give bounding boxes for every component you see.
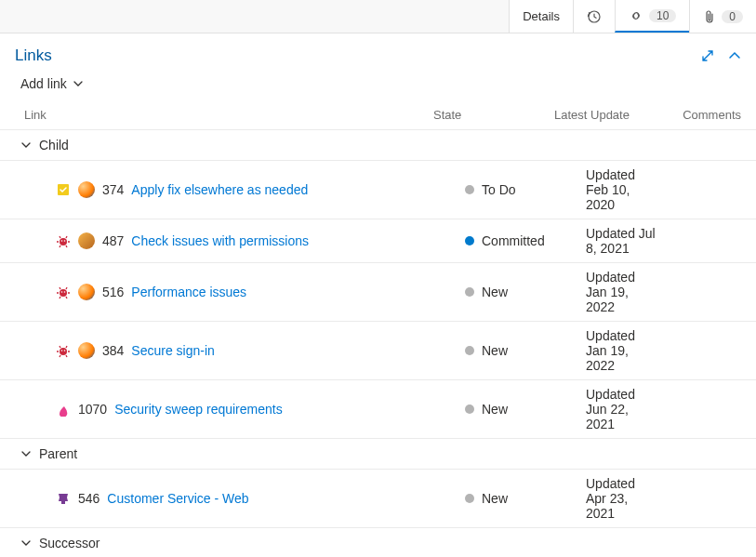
state-dot-icon	[465, 236, 474, 245]
link-row[interactable]: 516 Performance issuesNewUpdated Jan 19,…	[0, 263, 756, 322]
updated-text: Updated Jun 22, 2021	[586, 387, 657, 431]
workitem-id: 374	[102, 182, 124, 197]
state-text: New	[482, 285, 508, 299]
avatar	[78, 342, 95, 359]
group-label: Parent	[39, 446, 77, 461]
state-text: New	[482, 402, 508, 417]
state-dot-icon	[465, 185, 474, 194]
svg-point-5	[60, 289, 67, 297]
expand-icon[interactable]	[700, 48, 715, 63]
attachment-icon	[703, 9, 716, 24]
link-row[interactable]: 487 Check issues with permissionsCommitt…	[0, 219, 756, 263]
tab-attachments[interactable]: 0	[689, 0, 756, 33]
group-header[interactable]: Successor	[0, 528, 756, 557]
add-link-button[interactable]: Add link	[0, 73, 756, 100]
add-link-label: Add link	[20, 76, 67, 91]
group-header[interactable]: Child	[0, 130, 756, 161]
group-header[interactable]: Parent	[0, 439, 756, 470]
workitem-type-icon	[56, 491, 71, 506]
svg-point-6	[61, 291, 63, 293]
link-row[interactable]: 384 Secure sign-inNewUpdated Jan 19, 202…	[0, 322, 756, 380]
state-text: Committed	[482, 233, 545, 248]
chevron-down-icon	[20, 448, 32, 459]
tab-details-label: Details	[523, 9, 560, 23]
state-dot-icon	[465, 346, 474, 355]
svg-point-9	[61, 350, 63, 351]
workitem-title-link[interactable]: Customer Service - Web	[107, 491, 248, 506]
col-comments: Comments	[657, 108, 741, 122]
updated-text: Updated Feb 10, 2020	[586, 167, 657, 212]
updated-text: Updated Jan 19, 2022	[586, 270, 657, 314]
workitem-type-icon	[56, 285, 71, 299]
link-row[interactable]: 546 Customer Service - WebNewUpdated Apr…	[0, 470, 756, 528]
chevron-down-icon	[73, 78, 84, 89]
history-icon	[587, 9, 602, 24]
avatar	[78, 284, 95, 300]
avatar	[78, 181, 95, 198]
workitem-type-icon	[56, 343, 71, 358]
tab-bar: Details 10 0	[0, 0, 756, 33]
tab-details[interactable]: Details	[509, 0, 573, 33]
col-link: Link	[24, 108, 433, 122]
updated-text: Updated Jul 8, 2021	[586, 226, 657, 256]
attachments-count-badge: 0	[722, 10, 743, 23]
svg-point-8	[60, 348, 67, 355]
state-dot-icon	[465, 494, 474, 503]
workitem-title-link[interactable]: Security sweep requirements	[114, 402, 283, 417]
link-icon	[629, 8, 643, 23]
chevron-down-icon	[20, 537, 32, 549]
workitem-id: 384	[102, 343, 124, 358]
links-count-badge: 10	[649, 9, 676, 22]
col-state: State	[433, 108, 554, 122]
group-label: Successor	[39, 536, 99, 550]
tab-links[interactable]: 10	[615, 0, 689, 33]
svg-point-10	[64, 350, 66, 351]
workitem-type-icon	[56, 233, 71, 248]
link-row[interactable]: 374 Apply fix elsewhere as neededTo DoUp…	[0, 161, 756, 219]
tab-history[interactable]	[573, 0, 615, 33]
workitem-title-link[interactable]: Secure sign-in	[131, 343, 215, 358]
state-dot-icon	[465, 404, 474, 414]
workitem-title-link[interactable]: Apply fix elsewhere as needed	[131, 182, 308, 197]
chevron-down-icon	[20, 139, 32, 151]
workitem-id: 516	[102, 285, 124, 299]
section-header: Links	[0, 33, 756, 73]
workitem-type-icon	[56, 402, 71, 417]
svg-point-4	[64, 240, 66, 242]
workitem-title-link[interactable]: Check issues with permissions	[131, 233, 309, 248]
workitem-id: 546	[78, 491, 99, 506]
section-title: Links	[15, 46, 52, 65]
svg-point-2	[60, 238, 67, 245]
columns-header: Link State Latest Update Comments	[0, 100, 756, 130]
col-updated: Latest Update	[554, 108, 657, 122]
workitem-type-icon	[56, 182, 71, 197]
link-row[interactable]: 1070 Security sweep requirementsNewUpdat…	[0, 380, 756, 439]
workitem-id: 487	[102, 233, 124, 248]
state-text: New	[482, 491, 508, 506]
svg-point-7	[64, 291, 66, 293]
updated-text: Updated Jan 19, 2022	[586, 328, 657, 373]
avatar	[78, 232, 95, 249]
state-text: To Do	[482, 182, 516, 197]
svg-point-3	[61, 240, 63, 242]
updated-text: Updated Apr 23, 2021	[586, 476, 657, 521]
state-dot-icon	[465, 287, 474, 297]
workitem-id: 1070	[78, 402, 107, 417]
links-table-body: Child374 Apply fix elsewhere as neededTo…	[0, 130, 756, 557]
workitem-title-link[interactable]: Performance issues	[131, 285, 246, 299]
collapse-icon[interactable]	[728, 49, 741, 62]
state-text: New	[482, 343, 508, 358]
group-label: Child	[39, 138, 69, 153]
